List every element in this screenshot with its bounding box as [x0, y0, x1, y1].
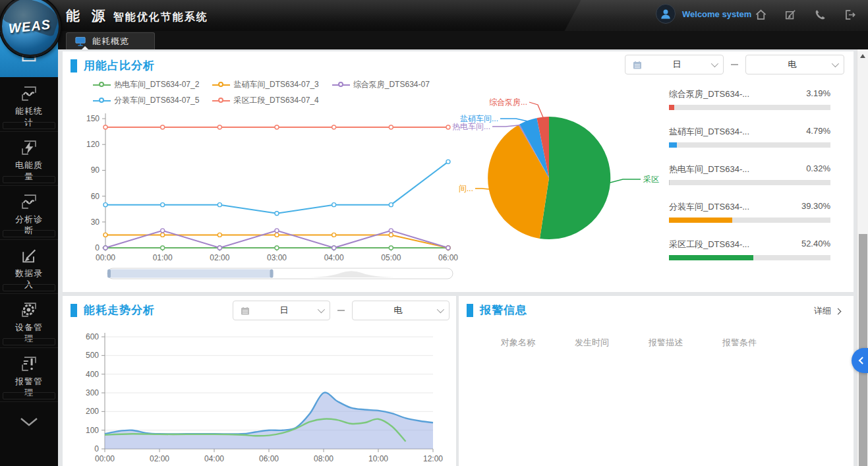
- user-avatar[interactable]: [656, 4, 676, 24]
- svg-text:间...: 间...: [459, 184, 473, 193]
- ranking-bar-fill: [669, 255, 753, 260]
- sidebar-item-strip: [3, 338, 55, 345]
- ranking-bar-fill: [669, 142, 677, 148]
- ranking-label: 热电车间_DTS634-...: [669, 163, 749, 175]
- sidebar-item-strip: [3, 176, 55, 183]
- energy-type-select[interactable]: 电: [352, 301, 449, 320]
- panel-proportion-analysis: 用能占比分析 日 电: [63, 51, 854, 292]
- sidebar-item-data-entry[interactable]: 数据录入: [0, 240, 58, 294]
- vertical-scrollbar[interactable]: [857, 49, 868, 466]
- sidebar-item-analysis[interactable]: 分析诊断: [0, 186, 58, 240]
- alarm-table-header: 对象名称 发生时间 报警描述 报警条件: [481, 337, 776, 349]
- ranking-bar-fill: [669, 105, 674, 110]
- trend-filters: 日 电: [233, 301, 449, 320]
- ranking-label: 盐硝车间_DTS634-...: [669, 126, 749, 138]
- ranking-bar-track: [669, 255, 830, 260]
- app-title: 能 源智能优化节能系统: [66, 7, 208, 25]
- chevron-down-icon: [437, 306, 444, 313]
- ranking-item: 盐硝车间_DTS634-...4.79%: [669, 126, 830, 163]
- ranking-bar-track: [669, 142, 830, 148]
- legend-marker: [212, 84, 230, 86]
- ranking-percent: 39.30%: [801, 201, 830, 213]
- person-icon: [659, 7, 672, 20]
- legend-item[interactable]: 综合泵房_DTS634-07: [332, 79, 430, 90]
- svg-text:03:00: 03:00: [267, 253, 287, 262]
- tab-bar: 能耗概览: [58, 31, 868, 49]
- svg-text:06:00: 06:00: [438, 253, 458, 262]
- legend-item[interactable]: 采区工段_DTS634-07_4: [212, 95, 318, 106]
- alarm-icon: [20, 355, 38, 373]
- legend-item[interactable]: 盐硝车间_DTS634-07_3: [212, 79, 318, 90]
- legend-marker: [332, 84, 350, 86]
- svg-text:05:00: 05:00: [381, 253, 401, 262]
- period-select[interactable]: 日: [233, 301, 330, 320]
- legend-item[interactable]: 分装车间_DTS634-07_5: [93, 95, 199, 106]
- filter-separator: [731, 64, 738, 65]
- panel-trend-analysis: 能耗走势分析 日 电 01002003004005: [63, 296, 456, 466]
- period-value: 日: [250, 305, 318, 316]
- ranking-item: 分装车间_DTS634-...39.30%: [669, 201, 830, 239]
- svg-text:600: 600: [86, 332, 99, 341]
- home-icon[interactable]: [755, 9, 767, 21]
- svg-text:300: 300: [86, 388, 99, 397]
- pie-chart: 采区间...热电车间...盐硝车间...综合泵房...: [458, 90, 656, 274]
- svg-text:100: 100: [86, 426, 99, 435]
- svg-text:盐硝车间...: 盐硝车间...: [460, 114, 498, 123]
- energy-type-value: 电: [359, 305, 437, 316]
- panel-alarm-info: 报警信息 详细 对象名称 发生时间 报警描述 报警条件: [459, 296, 854, 466]
- sidebar-item-strip: [3, 230, 55, 237]
- sidebar-item-energy-stats[interactable]: 能耗统计: [0, 78, 58, 132]
- svg-text:30: 30: [91, 218, 100, 227]
- alarm-column-header: 报警描述: [629, 337, 703, 349]
- alarm-column-header: 对象名称: [481, 337, 555, 349]
- monitor-icon: [74, 36, 86, 47]
- gear-icon: [20, 301, 38, 319]
- svg-text:500: 500: [86, 351, 99, 360]
- legend-label: 盐硝车间_DTS634-07_3: [233, 79, 318, 90]
- sidebar-item-strip: [3, 284, 55, 291]
- ranking-label: 采区工段_DTS634-...: [669, 239, 749, 250]
- area-chart: 010020030040050060000:0002:0004:0006:000…: [71, 328, 453, 463]
- legend-label: 热电车间_DTS634-07_2: [114, 79, 199, 90]
- svg-text:150: 150: [86, 114, 100, 123]
- datazoom-slider[interactable]: [106, 268, 454, 281]
- edit-icon[interactable]: [784, 9, 797, 21]
- period-select[interactable]: 日: [625, 55, 724, 74]
- svg-text:60: 60: [91, 192, 100, 201]
- main-content: 用能占比分析 日 电: [58, 49, 868, 466]
- legend-marker: [212, 100, 230, 102]
- line-chart: 030609012015000:0001:0002:0003:0004:0005…: [74, 108, 477, 266]
- scroll-up-arrow[interactable]: [860, 54, 865, 58]
- alarm-detail-link[interactable]: 详细: [814, 305, 840, 317]
- welcome-text: Welcome system: [682, 9, 751, 19]
- legend-label: 综合泵房_DTS634-07: [353, 79, 430, 90]
- ranking-item: 综合泵房_DTS634-...3.19%: [669, 88, 830, 126]
- phone-icon[interactable]: [814, 9, 826, 21]
- panel-title-text: 能耗走势分析: [84, 303, 155, 318]
- lightning-icon: [20, 138, 38, 157]
- sidebar-item-power-quality[interactable]: 电能质量: [0, 132, 58, 186]
- sidebar-item-device-mgmt[interactable]: 设备管理: [0, 294, 58, 348]
- app-title-secondary: 智能优化节能系统: [113, 11, 208, 22]
- svg-text:综合泵房...: 综合泵房...: [489, 98, 527, 107]
- chart-legend: 热电车间_DTS634-07_2 盐硝车间_DTS634-07_3 综合泵房_D…: [93, 79, 430, 111]
- legend-label: 分装车间_DTS634-07_5: [114, 95, 199, 106]
- tab-label: 能耗概览: [92, 36, 129, 47]
- svg-text:12:00: 12:00: [423, 454, 443, 463]
- svg-text:01:00: 01:00: [153, 253, 173, 262]
- energy-type-select[interactable]: 电: [745, 55, 844, 74]
- ranking-percent: 0.32%: [806, 163, 830, 175]
- sidebar-expand-button[interactable]: [0, 402, 58, 442]
- panel-title: 用能占比分析: [71, 58, 155, 73]
- tab-energy-overview[interactable]: 能耗概览: [66, 32, 155, 49]
- logout-icon[interactable]: [844, 9, 856, 21]
- energy-type-value: 电: [753, 59, 832, 71]
- ranking-bar-track: [669, 105, 830, 110]
- panel-title-text: 报警信息: [480, 303, 527, 318]
- ranking-bar-track: [669, 180, 830, 185]
- alarm-column-header: 报警条件: [703, 337, 776, 349]
- legend-item[interactable]: 热电车间_DTS634-07_2: [93, 79, 199, 90]
- sidebar-item-alarm-mgmt[interactable]: 报警管理: [0, 348, 58, 402]
- sidebar: 能耗统计 电能质量 分析诊断: [0, 31, 58, 466]
- svg-text:10:00: 10:00: [368, 454, 388, 463]
